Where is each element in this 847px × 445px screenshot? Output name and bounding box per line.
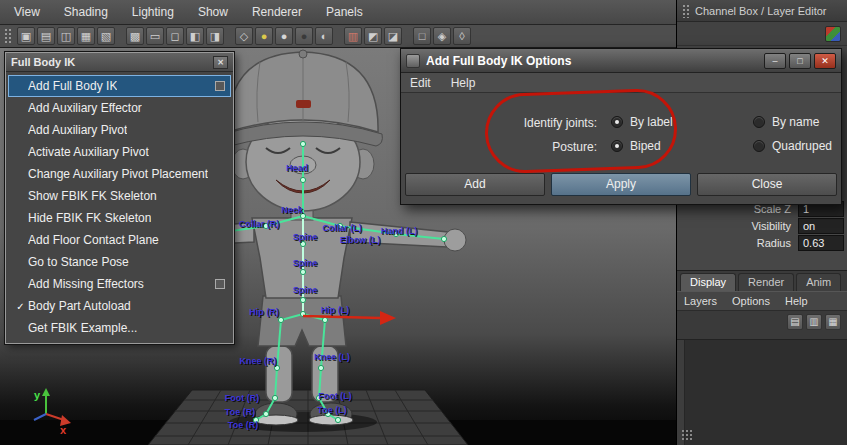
menu-item-add-floor-contact-plane[interactable]: Add Floor Contact Plane (8, 229, 231, 251)
menu-item-get-fbik-example[interactable]: Get FBIK Example... (8, 317, 231, 339)
menu-item-hide-fbik-fk-skeleton[interactable]: Hide FBIK FK Skeleton (8, 207, 231, 229)
menu-item-label: Add Auxiliary Pivot (28, 123, 127, 137)
channel-name[interactable]: Radius (757, 237, 791, 249)
layer-menu-help[interactable]: Help (785, 295, 808, 307)
radio-selected-icon[interactable] (611, 116, 623, 128)
radio-icon[interactable] (753, 116, 765, 128)
shaded-sphere-icon[interactable]: ● (255, 27, 273, 45)
joint-label-toe-r: Toe (R) (228, 420, 258, 430)
menu-item-activate-auxiliary-pivot[interactable]: Activate Auxiliary Pivot (8, 141, 231, 163)
resolution-gate-icon[interactable]: ◻ (166, 27, 184, 45)
menu-item-body-part-autoload[interactable]: ✓Body Part Autoload (8, 295, 231, 317)
joint-label-toe-r: Toe (R) (225, 407, 255, 417)
exposure-icon[interactable]: □ (413, 27, 431, 45)
close-button[interactable]: Close (697, 173, 837, 196)
menu-item-show-fbik-fk-skeleton[interactable]: Show FBIK FK Skeleton (8, 185, 231, 207)
menu-item-add-auxiliary-effector[interactable]: Add Auxiliary Effector (8, 97, 231, 119)
menu-item-label: Add Auxiliary Effector (28, 101, 142, 115)
camera-attributes-icon[interactable]: ◫ (57, 27, 75, 45)
image-plane-icon[interactable]: ▧ (97, 27, 115, 45)
radio-label: Biped (630, 139, 661, 153)
fbik-options-dialog: Add Full Body IK Options –□✕ EditHelp Id… (400, 48, 842, 205)
menu-item-label: Hide FBIK FK Skeleton (28, 211, 151, 225)
menu-item-label: Activate Auxiliary Pivot (28, 145, 149, 159)
joint-label-hand-l: Hand (L) (381, 226, 418, 236)
close-button[interactable]: ✕ (814, 53, 836, 69)
layer-list[interactable] (677, 339, 847, 445)
menu-view[interactable]: View (14, 5, 40, 19)
option-box-icon[interactable] (215, 81, 225, 91)
layer-grid-icon (681, 429, 693, 441)
joint-label-foot-l: Foot (L) (318, 391, 351, 401)
channel-name[interactable]: Visibility (751, 220, 791, 232)
option-box-icon[interactable] (215, 279, 225, 289)
menu-panels[interactable]: Panels (326, 5, 363, 19)
joint-label-knee-l: Knee (L) (314, 352, 350, 362)
dialog-menu-edit[interactable]: Edit (410, 76, 431, 90)
shadows-icon[interactable]: ◐ (315, 27, 333, 45)
radio-option-biped[interactable]: Biped (611, 139, 661, 153)
wireframe-icon[interactable]: ◇ (235, 27, 253, 45)
joint-label-collar-l: Collar (L) (322, 223, 362, 233)
menu-show[interactable]: Show (198, 5, 228, 19)
fbik-menu-titlebar[interactable]: Full Body IK ✕ (6, 53, 233, 72)
radio-option-quadruped[interactable]: Quadruped (753, 139, 832, 153)
channel-value[interactable]: on (798, 218, 844, 234)
tab-render[interactable]: Render (738, 273, 794, 291)
persp-axis-icon[interactable] (825, 26, 841, 42)
move-layer-up-icon[interactable]: ▤ (787, 314, 803, 330)
menu-item-add-auxiliary-pivot[interactable]: Add Auxiliary Pivot (8, 119, 231, 141)
safe-action-icon[interactable]: ◨ (206, 27, 224, 45)
close-icon[interactable]: ✕ (213, 56, 228, 69)
minimize-button[interactable]: – (764, 53, 786, 69)
use-all-lights-icon[interactable]: ● (295, 27, 313, 45)
tab-display[interactable]: Display (680, 273, 736, 291)
bookmarks-icon[interactable]: ▦ (77, 27, 95, 45)
radio-label: By name (772, 115, 819, 129)
menu-item-add-full-body-ik[interactable]: Add Full Body IK (8, 75, 231, 97)
dialog-titlebar[interactable]: Add Full Body IK Options –□✕ (401, 49, 841, 73)
menu-lighting[interactable]: Lighting (132, 5, 174, 19)
radio-option-by-label[interactable]: By label (611, 115, 673, 129)
radio-selected-icon[interactable] (611, 140, 623, 152)
dialog-menu-help[interactable]: Help (451, 76, 476, 90)
view-grid-icon[interactable]: ▩ (126, 27, 144, 45)
menu-item-label: Go to Stance Pose (28, 255, 129, 269)
radio-option-by-name[interactable]: By name (753, 115, 819, 129)
maximize-button[interactable]: □ (789, 53, 811, 69)
gate-mask-icon[interactable]: ◧ (186, 27, 204, 45)
layer-menu-options[interactable]: Options (732, 295, 770, 307)
xray-joints-icon[interactable]: ◪ (384, 27, 402, 45)
layer-menu-layers[interactable]: Layers (684, 295, 717, 307)
isolate-select-icon[interactable]: ▥ (344, 27, 362, 45)
view-transform-icon[interactable]: ◊ (453, 27, 471, 45)
radio-label: By label (630, 115, 673, 129)
new-layer-selected-icon[interactable]: ▥ (806, 314, 822, 330)
new-empty-layer-icon[interactable]: ▦ (825, 314, 841, 330)
menu-item-add-missing-effectors[interactable]: Add Missing Effectors (8, 273, 231, 295)
toolbar-separator (117, 27, 124, 45)
apply-button[interactable]: Apply (551, 173, 691, 196)
film-gate-icon[interactable]: ▭ (146, 27, 164, 45)
panel-grip-icon[interactable] (682, 4, 689, 18)
select-camera-icon[interactable]: ▣ (17, 27, 35, 45)
gamma-icon[interactable]: ◈ (433, 27, 451, 45)
add-button[interactable]: Add (405, 173, 545, 196)
menu-renderer[interactable]: Renderer (252, 5, 302, 19)
panel-grip-icon[interactable] (4, 28, 11, 45)
textured-sphere-icon[interactable]: ● (275, 27, 293, 45)
menu-item-go-to-stance-pose[interactable]: Go to Stance Pose (8, 251, 231, 273)
menu-item-change-auxiliary-pivot-placement[interactable]: Change Auxiliary Pivot Placement (8, 163, 231, 185)
menu-shading[interactable]: Shading (64, 5, 108, 19)
radio-icon[interactable] (753, 140, 765, 152)
app-window: ViewShadingLightingShowRendererPanels ▣▤… (0, 0, 847, 445)
option-row-posture: Posture:BipedQuadruped (401, 137, 841, 159)
fbik-menu-title: Full Body IK (11, 56, 75, 68)
layer-editor: DisplayRenderAnim LayersOptionsHelp ▤▥▦ (677, 270, 847, 445)
lock-camera-icon[interactable]: ▤ (37, 27, 55, 45)
channel-value[interactable]: 0.63 (798, 235, 844, 251)
tab-anim[interactable]: Anim (796, 273, 841, 291)
menu-item-label: Add Floor Contact Plane (28, 233, 159, 247)
xray-icon[interactable]: ◩ (364, 27, 382, 45)
joint-label-hip-r: Hip (R) (249, 307, 279, 317)
